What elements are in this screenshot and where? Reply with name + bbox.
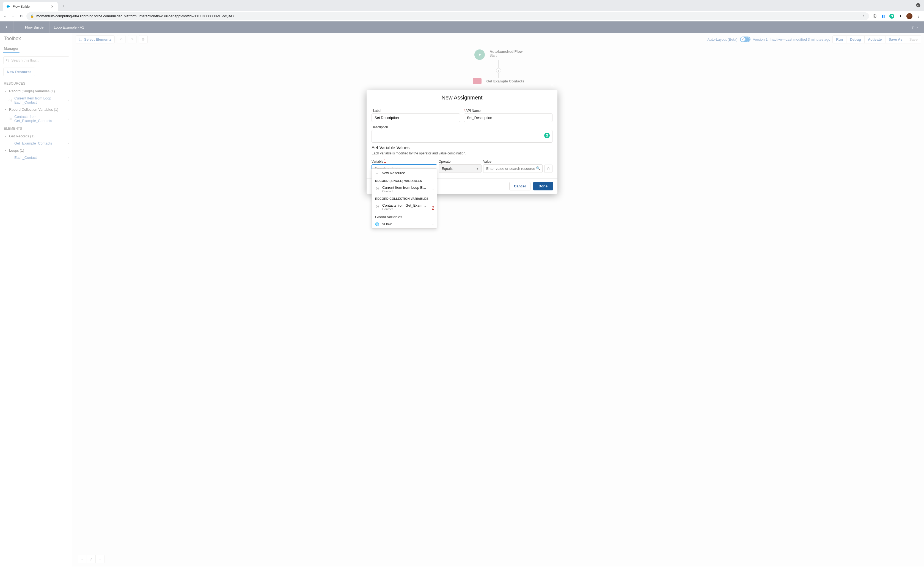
start-node[interactable]: Autolaunched Flow Start (474, 50, 523, 60)
grammarly-badge-icon: G (544, 133, 550, 138)
run-button[interactable]: Run (832, 35, 846, 44)
resource-link[interactable]: Current Item from Loop Each_Contact (14, 96, 65, 105)
globe-icon: 🌐 (375, 222, 379, 226)
variable-icon: {x} (8, 117, 12, 121)
toggle-switch[interactable] (740, 37, 751, 42)
group-collection-variables[interactable]: Record Collection Variables (1) (0, 106, 73, 113)
api-name-field-label: *API Name (464, 109, 552, 113)
data-element-icon (473, 78, 481, 84)
url-text: momentum-computing-884.lightning.force.c… (36, 14, 234, 18)
zoom-controls: − ⤢ + (78, 555, 105, 563)
group-get-records[interactable]: Get Records (1) (0, 133, 73, 140)
chevron-right-icon[interactable]: › (68, 156, 69, 160)
kebab-menu-icon[interactable]: ⋮ (916, 13, 921, 19)
variable-icon: {x} (8, 98, 12, 102)
chevron-right-icon[interactable]: › (68, 141, 69, 145)
forward-button[interactable]: → (11, 14, 15, 18)
check-icon (741, 38, 744, 41)
resource-link[interactable]: Get_Example_Contacts (14, 141, 65, 145)
elements-header: ELEMENTS (0, 124, 73, 133)
bookmark-icon[interactable]: ☆ (862, 14, 865, 18)
sf-header: Flow Builder Loop Example - V1 ? (0, 21, 924, 33)
zoom-in-button[interactable]: + (96, 555, 105, 563)
dd-header-collection: RECORD COLLECTION VARIABLES (372, 195, 437, 201)
delete-row-button[interactable] (544, 164, 552, 173)
close-modal-button[interactable]: × (550, 81, 558, 89)
chevron-down-icon (916, 25, 919, 29)
salesforce-cloud-icon (6, 5, 10, 9)
settings-button[interactable]: ⚙ (139, 35, 148, 44)
value-input[interactable] (483, 164, 543, 173)
resource-item[interactable]: Each_Contact › (0, 154, 73, 161)
reload-button[interactable]: ⟳ (19, 14, 24, 18)
value-label: Value (483, 160, 543, 163)
grammarly-icon[interactable]: G (889, 14, 894, 19)
resource-link[interactable]: Each_Contact (14, 156, 65, 160)
help-menu[interactable]: ? (907, 21, 924, 33)
debug-button[interactable]: Debug (846, 35, 864, 44)
tab-manager[interactable]: Manager (0, 44, 22, 53)
label-input[interactable] (372, 113, 460, 122)
tab-title: Flow Builder (13, 5, 48, 8)
get-records-node[interactable]: Get Example Contacts (473, 78, 524, 84)
extension-icon[interactable]: ◧ (880, 13, 886, 19)
operator-select[interactable]: Equals ▾ (439, 164, 481, 173)
select-elements-button[interactable]: Select Elements (76, 35, 115, 44)
address-bar[interactable]: 🔒 momentum-computing-884.lightning.force… (26, 12, 869, 20)
undo-button[interactable]: ↶ (117, 35, 126, 44)
zoom-out-button[interactable]: − (78, 555, 87, 563)
window-minimize-icon[interactable] (916, 3, 921, 8)
flow-name[interactable]: Loop Example - V1 (50, 21, 89, 33)
variable-icon: {x} (375, 205, 380, 209)
cancel-button[interactable]: Cancel (509, 182, 530, 190)
variable-dropdown: + New Resource RECORD (SINGLE) VARIABLES… (372, 168, 437, 229)
back-to-setup-button[interactable] (0, 21, 13, 33)
redo-button[interactable]: ↷ (128, 35, 137, 44)
api-name-input[interactable] (464, 113, 552, 122)
resource-link[interactable]: Contacts from Get_Example_Contacts (14, 114, 65, 123)
toolbox-title: Toolbox (0, 33, 73, 44)
save-as-button[interactable]: Save As (885, 35, 906, 44)
info-icon[interactable]: ⓘ (872, 13, 877, 19)
dd-item-flow[interactable]: 🌐 $Flow › (372, 220, 437, 228)
builder-name: Flow Builder (13, 21, 50, 33)
flow-builder-icon (18, 24, 23, 29)
close-tab-icon[interactable]: ✕ (50, 5, 55, 9)
search-icon: 🔍 (536, 166, 540, 170)
group-single-variables[interactable]: Record (Single) Variables (1) (0, 88, 73, 95)
dd-item-contacts[interactable]: {x} Contacts from Get_Example_Contacts C… (372, 201, 437, 213)
resource-item[interactable]: Get_Example_Contacts › (0, 140, 73, 147)
auto-layout-toggle[interactable]: Auto-Layout (Beta) (707, 37, 751, 42)
resource-item[interactable]: {x} Contacts from Get_Example_Contacts › (0, 113, 73, 124)
zoom-fit-button[interactable]: ⤢ (87, 555, 96, 563)
extensions-area: ⓘ ◧ G ✦ ⋮ (872, 13, 921, 19)
flow-action-buttons: Run Debug Activate Save As Save (832, 35, 921, 44)
new-assignment-modal: × New Assignment *Label *API Name Descri… (367, 90, 557, 194)
new-tab-button[interactable]: + (60, 2, 68, 10)
profile-avatar[interactable] (906, 13, 913, 19)
dd-header-global: Global Variables (372, 213, 437, 220)
browser-tab[interactable]: Flow Builder ✕ (3, 2, 58, 11)
done-button[interactable]: Done (533, 182, 553, 190)
resource-item[interactable]: {x} Current Item from Loop Each_Contact … (0, 95, 73, 106)
section-heading: Set Variable Values (372, 145, 552, 150)
dd-new-resource[interactable]: + New Resource (372, 169, 437, 177)
description-input[interactable] (372, 130, 552, 143)
dd-item-current-loop[interactable]: {x} Current Item from Loop Each_Co... Co… (372, 183, 437, 195)
variable-icon: {x} (375, 187, 380, 191)
chevron-right-icon: › (432, 187, 433, 191)
new-resource-button[interactable]: New Resource (3, 68, 35, 76)
chevron-right-icon[interactable]: › (68, 98, 69, 103)
connector-line (498, 60, 499, 69)
chevron-right-icon[interactable]: › (68, 117, 69, 121)
label-field-label: *Label (372, 109, 460, 113)
search-input[interactable]: Search this flow... (3, 56, 69, 64)
save-button[interactable]: Save (906, 35, 921, 44)
back-button[interactable]: ← (3, 14, 7, 18)
activate-button[interactable]: Activate (864, 35, 885, 44)
group-loops[interactable]: Loops (1) (0, 147, 73, 154)
version-text: Version 1: Inactive—Last modified 3 minu… (753, 37, 830, 42)
chevron-down-icon (4, 135, 7, 138)
puzzle-icon[interactable]: ✦ (898, 13, 903, 19)
select-icon (79, 37, 82, 41)
